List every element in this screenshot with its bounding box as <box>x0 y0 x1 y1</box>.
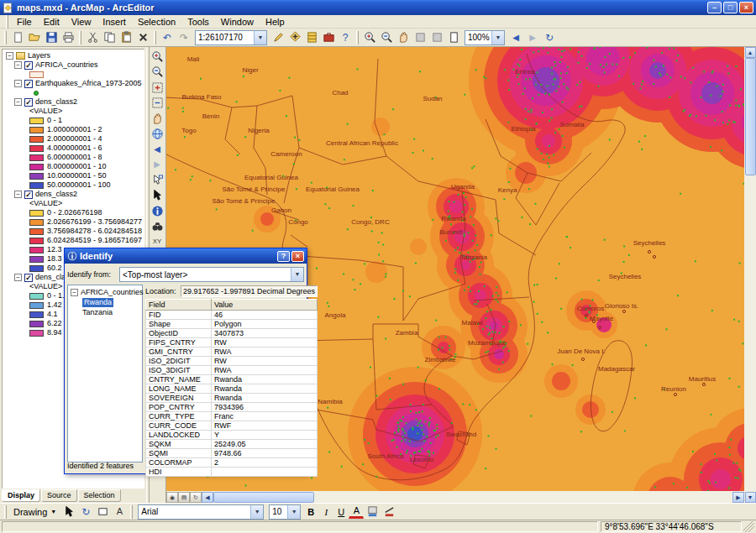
menu-insert[interactable]: Insert <box>97 16 132 28</box>
scroll-down-icon[interactable]: ▼ <box>745 492 756 503</box>
identify-tree-item[interactable]: Tanzania <box>69 307 141 317</box>
layer-checkbox[interactable]: ✓ <box>24 98 33 107</box>
class-swatch[interactable] <box>29 118 44 124</box>
full-extent-button[interactable] <box>150 127 165 142</box>
chevron-down-icon[interactable]: ▼ <box>287 505 300 519</box>
zoom-in-button[interactable] <box>150 49 165 64</box>
layer-name[interactable]: dens_class2 <box>35 97 77 107</box>
class-swatch[interactable] <box>29 173 44 180</box>
legend-class-row[interactable]: 0 - 2.026676198 <box>4 208 144 217</box>
layer-checkbox[interactable]: ✓ <box>24 274 33 282</box>
forward-extent-button[interactable]: ▶ <box>150 157 165 172</box>
field-column-header[interactable]: Field <box>146 300 212 311</box>
chevron-down-icon[interactable]: ▼ <box>491 31 504 44</box>
toc-layer[interactable]: − ✓ AFRICA_countries <box>4 60 144 70</box>
class-swatch[interactable] <box>29 228 44 235</box>
scroll-left-icon[interactable]: ◀ <box>202 492 213 503</box>
class-swatch[interactable] <box>29 302 44 309</box>
legend-class-row[interactable]: 6.000000001 - 8 <box>4 153 144 162</box>
layout-back-button[interactable]: ◀ <box>507 29 524 46</box>
chevron-down-icon[interactable]: ▼ <box>254 31 266 44</box>
identify-from-combo[interactable]: <Top-most layer> ▼ <box>119 267 304 282</box>
layer-checkbox[interactable]: ✓ <box>24 80 33 88</box>
close-button[interactable]: × <box>739 2 753 13</box>
layout-full-page-button[interactable] <box>445 29 462 46</box>
italic-button[interactable]: I <box>318 504 333 520</box>
chevron-down-icon[interactable]: ▼ <box>291 268 303 281</box>
refresh-map-button[interactable]: ↻ <box>190 492 202 503</box>
toolbar-grip[interactable] <box>79 31 81 44</box>
class-swatch[interactable] <box>29 256 44 263</box>
legend-class-row[interactable]: 2.000000001 - 4 <box>4 134 144 144</box>
fixed-zoom-out-button[interactable] <box>150 96 165 111</box>
class-swatch[interactable] <box>29 164 44 170</box>
identify-tree-item-label[interactable]: Rwanda <box>82 298 113 307</box>
toolbar-grip[interactable] <box>356 31 359 44</box>
fixed-zoom-in-button[interactable] <box>150 80 165 95</box>
refresh-view-button[interactable]: ↻ <box>541 29 558 46</box>
resize-grip[interactable] <box>743 521 754 532</box>
collapse-icon[interactable]: − <box>14 274 22 281</box>
point-symbol[interactable] <box>34 91 39 96</box>
class-swatch[interactable] <box>29 136 44 143</box>
fill-color-button[interactable] <box>364 504 381 520</box>
legend-class-row[interactable]: 4.000000001 - 6 <box>4 144 144 153</box>
tab-source[interactable]: Source <box>41 489 77 502</box>
tab-selection[interactable]: Selection <box>78 489 121 502</box>
toolbar-grip[interactable] <box>4 31 7 44</box>
layout-pan-button[interactable] <box>395 29 412 46</box>
chevron-down-icon[interactable]: ▼ <box>250 505 263 519</box>
legend-class-row[interactable]: 3.756984278 - 6.024284518 <box>4 227 144 236</box>
layout-fixed-zoom-in-button[interactable] <box>412 29 428 46</box>
bold-button[interactable]: B <box>303 504 318 520</box>
rotate-tool-button[interactable]: ↻ <box>77 504 94 520</box>
zoom-out-button[interactable] <box>150 65 165 80</box>
class-swatch[interactable] <box>29 238 44 244</box>
horizontal-scroll-thumb[interactable] <box>213 492 314 503</box>
class-swatch[interactable] <box>29 311 44 318</box>
layer-checkbox[interactable]: ✓ <box>24 61 33 70</box>
rectangle-tool-button[interactable] <box>94 504 111 520</box>
legend-class-row[interactable]: 50.00000001 - 100 <box>4 180 144 190</box>
layer-name[interactable]: dens_class2 <box>35 190 77 199</box>
legend-class-row[interactable]: 1.000000001 - 2 <box>4 125 144 134</box>
menu-tools[interactable]: Tools <box>181 16 215 28</box>
save-button[interactable] <box>43 29 60 46</box>
zoom-percent-combo[interactable]: 100% ▼ <box>465 30 505 45</box>
layout-zoom-out-button[interactable] <box>378 29 395 46</box>
help-button[interactable]: ? <box>277 251 290 262</box>
layout-zoom-in-button[interactable] <box>361 29 378 46</box>
layer-name[interactable]: Earthquakes_Africa_1973-2005 <box>35 79 142 88</box>
toolbar-grip[interactable] <box>130 505 133 519</box>
class-swatch[interactable] <box>29 293 44 300</box>
font-combo[interactable]: Arial ▼ <box>138 504 264 520</box>
identify-tree-root[interactable]: − AFRICA_countries <box>69 287 141 297</box>
layout-view-button[interactable]: ▤ <box>178 492 190 503</box>
class-swatch[interactable] <box>29 154 44 161</box>
print-button[interactable] <box>60 29 76 46</box>
collapse-icon[interactable]: − <box>71 289 78 296</box>
add-data-button[interactable] <box>286 29 303 46</box>
class-swatch[interactable] <box>29 210 44 217</box>
toc-root[interactable]: − Layers <box>4 51 144 60</box>
paste-button[interactable] <box>118 29 134 46</box>
tab-display[interactable]: Display <box>2 489 40 502</box>
collapse-icon[interactable]: − <box>14 61 22 69</box>
toolbar-grip[interactable] <box>4 505 7 519</box>
layer-symbol-row[interactable] <box>4 88 144 97</box>
value-column-header[interactable]: Value <box>212 300 318 311</box>
select-features-button[interactable] <box>150 172 165 187</box>
copy-button[interactable] <box>101 29 118 46</box>
pan-button[interactable] <box>150 111 165 126</box>
toolbar-grip[interactable] <box>154 31 156 44</box>
legend-class-row[interactable]: 2.026676199 - 3.756984277 <box>4 217 144 227</box>
delete-button[interactable] <box>134 29 151 46</box>
toolbar-grip[interactable] <box>6 15 8 29</box>
open-folder-button[interactable] <box>26 29 43 46</box>
arctoolbox-button[interactable] <box>320 29 337 46</box>
back-extent-button[interactable]: ◀ <box>150 142 165 157</box>
drawing-menu-button[interactable]: Drawing ▼ <box>9 505 60 519</box>
scroll-right-icon[interactable]: ▶ <box>732 492 744 503</box>
menu-window[interactable]: Window <box>215 16 260 28</box>
layer-name[interactable]: AFRICA_countries <box>35 60 98 70</box>
